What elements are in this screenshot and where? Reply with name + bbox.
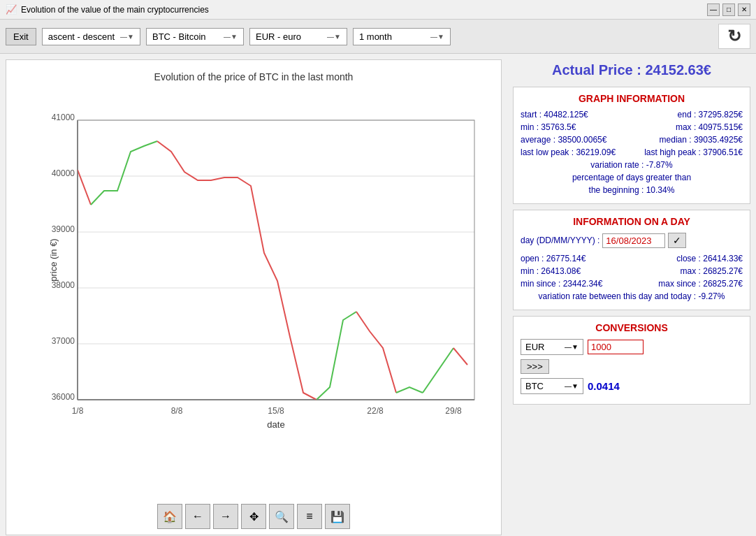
chart-title: Evolution of the price of BTC in the las… xyxy=(154,71,354,82)
svg-line-21 xyxy=(78,170,91,205)
window-title: Evolution of the value of the main crypt… xyxy=(21,5,209,15)
last-high-label: last high peak : 37906.51€ xyxy=(644,147,743,157)
conversion-input[interactable] xyxy=(588,340,644,354)
last-high-val: 37906.51€ xyxy=(703,147,743,157)
svg-line-23 xyxy=(453,348,467,365)
forward-tool-button[interactable]: → xyxy=(213,504,238,529)
from-currency-dropdown[interactable]: EUR —▼ xyxy=(521,339,583,355)
start-label: start : 40482.125€ xyxy=(521,110,588,119)
min-label: min : 35763.5€ xyxy=(521,122,576,132)
refresh-button[interactable]: ↻ xyxy=(718,24,750,49)
min-since-val: 23442.34€ xyxy=(563,279,603,289)
start-val: 40482.125€ xyxy=(544,110,588,119)
pct-label: percentage of days greater than xyxy=(572,173,691,182)
minimize-button[interactable]: — xyxy=(707,3,720,16)
svg-rect-24 xyxy=(78,120,474,400)
crypto-dropdown[interactable]: BTC - Bitcoin —▼ xyxy=(146,28,244,45)
title-bar: 📈 Evolution of the value of the main cry… xyxy=(0,0,756,20)
day-min-val: 26413.08€ xyxy=(541,266,581,276)
from-currency-label: EUR xyxy=(525,342,544,352)
to-currency-arrow: —▼ xyxy=(565,382,579,390)
svg-text:date: date xyxy=(267,419,284,428)
chart-svg: 41000 40000 39000 38000 37000 36000 1/8 … xyxy=(48,85,481,428)
variation-label: variation rate : -7.87% xyxy=(590,160,672,170)
zoom-tool-button[interactable]: 🔍 xyxy=(269,504,294,529)
min-since-label: min since : 23442.34€ xyxy=(521,279,602,289)
day-variation-val: -9.27% xyxy=(698,291,725,301)
end-val: 37295.825€ xyxy=(699,110,743,119)
end-label: end : 37295.825€ xyxy=(678,110,743,119)
last-low-label: last low peak : 36219.09€ xyxy=(521,147,616,157)
maximize-button[interactable]: □ xyxy=(722,3,735,16)
svg-text:22/8: 22/8 xyxy=(367,406,384,416)
svg-text:39000: 39000 xyxy=(52,224,75,234)
max-since-val: 26825.27€ xyxy=(703,279,743,289)
svg-text:1/8: 1/8 xyxy=(72,406,84,416)
close-val: 26414.33€ xyxy=(703,254,743,263)
back-tool-button[interactable]: ← xyxy=(185,504,210,529)
conversions-box: CONVERSIONS EUR —▼ >>> BTC —▼ 0.0414 xyxy=(513,316,750,405)
sort-dropdown-arrow: —▼ xyxy=(115,33,134,41)
svg-text:29/8: 29/8 xyxy=(445,406,462,416)
svg-text:36000: 36000 xyxy=(52,392,75,402)
graph-info-box: GRAPH INFORMATION start : 40482.125€ end… xyxy=(513,87,750,204)
save-tool-button[interactable]: 💾 xyxy=(325,504,350,529)
day-max-label: max : 26825.27€ xyxy=(681,266,743,276)
actual-price: Actual Price : 24152.63€ xyxy=(513,59,750,81)
day-input-label: day (DD/MM/YYYY) : xyxy=(521,236,599,245)
chart-area: 41000 40000 39000 38000 37000 36000 1/8 … xyxy=(6,85,501,535)
median-val: 39035.4925€ xyxy=(694,135,743,145)
max-val: 40975.515€ xyxy=(699,122,743,132)
crypto-dropdown-arrow: —▼ xyxy=(218,33,238,41)
svg-text:15/8: 15/8 xyxy=(268,406,284,416)
home-tool-button[interactable]: 🏠 xyxy=(157,504,182,529)
average-label: average : 38500.0065€ xyxy=(521,135,606,145)
conversions-title: CONVERSIONS xyxy=(521,322,743,333)
average-val: 38500.0065€ xyxy=(558,135,606,145)
close-label: close : 26414.33€ xyxy=(676,254,743,263)
app-icon: 📈 xyxy=(6,4,17,15)
period-dropdown-arrow: —▼ xyxy=(425,33,444,41)
day-min-label: min : 26413.08€ xyxy=(521,266,581,276)
open-label: open : 26775.14€ xyxy=(521,254,586,263)
svg-text:41000: 41000 xyxy=(52,113,75,122)
day-max-val: 26825.27€ xyxy=(703,266,743,276)
day-info-title: INFORMATION ON A DAY xyxy=(521,216,743,227)
period-dropdown[interactable]: 1 month —▼ xyxy=(353,28,451,45)
convert-button[interactable]: >>> xyxy=(521,359,549,374)
day-input[interactable] xyxy=(602,233,665,248)
right-panel: Actual Price : 24152.63€ GRAPH INFORMATI… xyxy=(507,54,756,535)
variation-val: -7.87% xyxy=(646,160,673,170)
day-info-box: INFORMATION ON A DAY day (DD/MM/YYYY) : … xyxy=(513,210,750,310)
day-variation-label: variation rate between this day and toda… xyxy=(539,291,725,301)
chart-panel: Evolution of the price of BTC in the las… xyxy=(6,59,502,535)
svg-text:8/8: 8/8 xyxy=(171,406,183,416)
to-currency-label: BTC xyxy=(525,381,544,391)
to-currency-dropdown[interactable]: BTC —▼ xyxy=(521,378,583,394)
pct-label2: the beginning : xyxy=(589,185,644,195)
max-since-label: max since : 26825.27€ xyxy=(658,279,743,289)
max-label: max : 40975.515€ xyxy=(676,122,743,132)
exit-button[interactable]: Exit xyxy=(6,28,36,45)
open-val: 26775.14€ xyxy=(546,254,586,263)
last-low-val: 36219.09€ xyxy=(576,147,616,157)
currency-dropdown[interactable]: EUR - euro —▼ xyxy=(249,28,347,45)
conversion-result: 0.0414 xyxy=(588,380,620,392)
move-tool-button[interactable]: ✥ xyxy=(241,504,266,529)
main-toolbar: Exit ascent - descent —▼ BTC - Bitcoin —… xyxy=(0,20,756,54)
settings-tool-button[interactable]: ≡ xyxy=(297,504,322,529)
median-label: median : 39035.4925€ xyxy=(660,135,743,145)
chart-bottom-toolbar: 🏠 ← → ✥ 🔍 ≡ 💾 xyxy=(157,504,350,529)
svg-text:40000: 40000 xyxy=(52,168,75,178)
refresh-icon: ↻ xyxy=(727,27,741,46)
pct-val: 10.34% xyxy=(646,185,675,195)
graph-info-title: GRAPH INFORMATION xyxy=(521,93,743,104)
min-val: 35763.5€ xyxy=(541,122,576,132)
check-button[interactable]: ✓ xyxy=(668,233,686,248)
svg-text:price (in €): price (in €) xyxy=(48,238,59,281)
currency-dropdown-arrow: —▼ xyxy=(321,33,341,41)
from-currency-arrow: —▼ xyxy=(565,343,579,351)
close-button[interactable]: ✕ xyxy=(738,3,750,16)
svg-text:37000: 37000 xyxy=(52,336,75,346)
sort-dropdown[interactable]: ascent - descent —▼ xyxy=(42,28,140,45)
